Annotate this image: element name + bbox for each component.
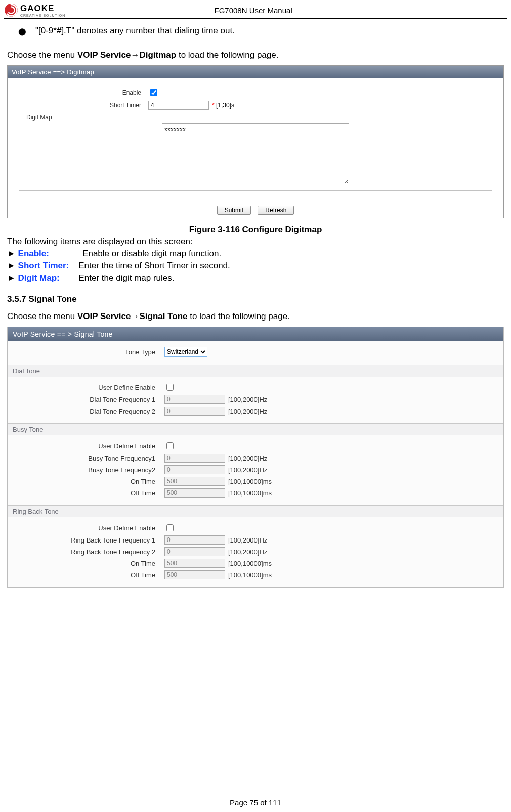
choose-menu-signal-tone: Choose the menu VOIP Service→Signal Tone… — [7, 311, 504, 322]
signal-value-hint: [100,10000]ms — [228, 489, 272, 497]
bullet-line: ⬤ "[0-9*#].T" denotes any number that di… — [18, 26, 504, 37]
signal-value-input[interactable] — [164, 395, 225, 404]
digitmap-legend: Digit Map — [24, 114, 54, 121]
signal-section-header: Busy Tone — [8, 423, 503, 435]
signal-row: User Define Enable — [8, 441, 503, 451]
signal-value-input[interactable] — [164, 547, 225, 556]
signal-row-label: Ring Back Tone Frequency 2 — [8, 548, 164, 556]
page-header: GAOKE CREATIVE SOLUTION FG7008N User Man… — [0, 0, 511, 18]
definition-row: ► Enable: Enable or disable digit map fu… — [7, 249, 504, 259]
signal-row: User Define Enable — [8, 382, 503, 392]
logo-tagline: CREATIVE SOLUTION — [20, 14, 65, 17]
signal-row: Ring Back Tone Frequency 1[100,2000]Hz — [8, 535, 503, 545]
signal-row: Busy Tone Frequency1[100,2000]Hz — [8, 454, 503, 463]
logo: GAOKE CREATIVE SOLUTION — [4, 3, 65, 17]
signal-row: User Define Enable — [8, 523, 503, 533]
signal-value-input[interactable] — [164, 570, 225, 579]
bullet-icon: ⬤ — [18, 26, 26, 37]
short-timer-label: Short Timer — [17, 102, 148, 109]
signal-value-hint: [100,10000]ms — [228, 478, 272, 485]
signal-tone-screenshot: VoIP Service == > Signal Tone Tone Type … — [7, 327, 504, 588]
signal-section-header: Dial Tone — [8, 365, 503, 377]
tone-type-select[interactable]: Switzerland — [164, 347, 207, 357]
desc-intro: The following items are displayed on thi… — [7, 237, 504, 247]
signal-row: Ring Back Tone Frequency 2[100,2000]Hz — [8, 547, 503, 556]
page-number: Page 75 of 111 — [230, 798, 281, 807]
signal-value-input[interactable] — [164, 477, 225, 486]
signal-value-input[interactable] — [164, 488, 225, 498]
digitmap-screenshot: VoIP Service ==> Digitmap Enable Short T… — [7, 65, 504, 218]
digitmap-textarea[interactable]: xxxxxxx — [162, 123, 349, 184]
signal-row: On Time[100,10000]ms — [8, 559, 503, 568]
choose-menu-digitmap: Choose the menu VOIP Service→Digitmap to… — [7, 50, 504, 60]
signal-row-label: Busy Tone Frequency1 — [8, 455, 164, 462]
arrow-icon: ► — [7, 261, 18, 270]
signal-row-label: User Define Enable — [8, 524, 164, 532]
signal-value-hint: [100,2000]Hz — [228, 536, 267, 544]
signal-row: Dial Tone Frequency 1[100,2000]Hz — [8, 395, 503, 404]
signal-row: Off Time[100,10000]ms — [8, 570, 503, 579]
signal-row-label: On Time — [8, 560, 164, 567]
user-define-enable-checkbox[interactable] — [166, 384, 174, 391]
signal-value-hint: [100,2000]Hz — [228, 455, 267, 462]
signal-row-label: Off Time — [8, 571, 164, 579]
definition-text: Enable or disable digit map function. — [82, 249, 221, 258]
signal-row-label: User Define Enable — [8, 442, 164, 450]
section-heading-signal-tone: 3.5.7 Signal Tone — [7, 294, 504, 304]
signal-row-label: On Time — [8, 478, 164, 485]
signal-value-input[interactable] — [164, 559, 225, 568]
user-define-enable-checkbox[interactable] — [166, 442, 174, 449]
signal-row-label: Ring Back Tone Frequency 1 — [8, 536, 164, 544]
signal-row-label: Dial Tone Frequency 1 — [8, 396, 164, 403]
definition-term: Short Timer: — [18, 261, 69, 270]
signal-row-label: Busy Tone Frequency2 — [8, 466, 164, 474]
digitmap-panel-title: VoIP Service ==> Digitmap — [8, 66, 503, 78]
definition-text: Enter the time of Short Timer in second. — [78, 261, 230, 270]
definition-text: Enter the digit map rules. — [79, 273, 175, 283]
signal-row-label: Off Time — [8, 489, 164, 497]
submit-button[interactable]: Submit — [217, 206, 251, 215]
signal-value-input[interactable] — [164, 465, 225, 474]
header-rule — [4, 18, 507, 19]
page-footer: Page 75 of 111 — [0, 796, 511, 807]
manual-title: FG7008N User Manual — [214, 6, 292, 15]
definition-row: ► Digit Map: Enter the digit map rules. — [7, 273, 504, 283]
enable-checkbox[interactable] — [150, 89, 157, 96]
signal-value-input[interactable] — [164, 407, 225, 416]
definition-term: Enable: — [18, 249, 49, 258]
signal-panel-title: VoIP Service == > Signal Tone — [8, 327, 503, 341]
signal-value-hint: [100,2000]Hz — [228, 408, 267, 415]
short-timer-input[interactable] — [148, 101, 209, 110]
signal-value-hint: [100,2000]Hz — [228, 548, 267, 556]
signal-section-header: Ring Back Tone — [8, 505, 503, 517]
signal-row: Off Time[100,10000]ms — [8, 488, 503, 498]
logo-swirl-icon — [4, 3, 18, 17]
logo-brand: GAOKE — [20, 4, 65, 14]
tone-type-label: Tone Type — [8, 348, 164, 356]
signal-row: Dial Tone Frequency 2[100,2000]Hz — [8, 407, 503, 416]
digitmap-fieldset: Digit Map xxxxxxx — [19, 118, 492, 191]
definition-row: ► Short Timer: Enter the time of Short T… — [7, 261, 504, 271]
signal-value-hint: [100,10000]ms — [228, 560, 272, 567]
enable-label: Enable — [17, 89, 148, 96]
signal-value-input[interactable] — [164, 454, 225, 463]
signal-row-label: Dial Tone Frequency 2 — [8, 408, 164, 415]
signal-value-hint: [100,10000]ms — [228, 571, 272, 579]
signal-value-hint: [100,2000]Hz — [228, 396, 267, 403]
signal-row: Busy Tone Frequency2[100,2000]Hz — [8, 465, 503, 474]
refresh-button[interactable]: Refresh — [258, 206, 294, 215]
figure-caption: Figure 3-116 Configure Digitmap — [7, 224, 504, 235]
short-timer-hint: * [1,30]s — [212, 102, 234, 109]
signal-row-label: User Define Enable — [8, 384, 164, 391]
user-define-enable-checkbox[interactable] — [166, 524, 174, 531]
signal-value-hint: [100,2000]Hz — [228, 466, 267, 474]
bullet-text: "[0-9*#].T" denotes any number that dial… — [35, 26, 235, 37]
arrow-icon: ► — [7, 273, 18, 283]
signal-value-input[interactable] — [164, 535, 225, 545]
signal-row: On Time[100,10000]ms — [8, 477, 503, 486]
definition-term: Digit Map: — [18, 273, 60, 283]
arrow-icon: ► — [7, 249, 18, 258]
footer-rule — [4, 796, 507, 796]
